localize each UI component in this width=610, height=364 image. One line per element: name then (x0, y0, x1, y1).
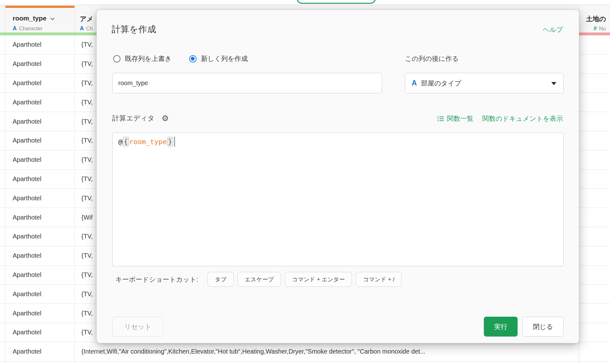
shortcut-key: コマンド + / (356, 272, 402, 287)
app-screen: room_type A Character アメ A Ch 土地の (0, 0, 610, 364)
row-left-sliver-cell (0, 361, 5, 364)
row-left-sliver-cell (0, 93, 5, 112)
cell-room-type: Aparthotel (5, 93, 75, 112)
cell-land (579, 208, 610, 227)
cell-land (579, 227, 610, 246)
help-link[interactable]: ヘルプ (543, 25, 563, 34)
shortcut-key: エスケープ (238, 272, 281, 287)
dialog-title: 計算を作成 (112, 23, 156, 35)
shortcut-key: コマンド + エンター (285, 272, 352, 287)
cell-land (579, 189, 610, 208)
character-type-icon: A (13, 25, 17, 32)
header-highlight-pink (579, 32, 610, 35)
cell-land (579, 55, 610, 73)
chevron-down-icon[interactable] (50, 17, 55, 21)
cell-land (579, 150, 610, 169)
cell-land (579, 323, 610, 342)
insert-after-label: この列の後に作る (405, 54, 459, 63)
code-at-token: @ (118, 138, 122, 146)
cell-amenities (75, 361, 579, 364)
cell-amenities: {Internet,Wifi,"Air conditioning",Kitche… (75, 342, 579, 361)
cell-room-type: Aparthotel (5, 266, 75, 285)
row-left-sliver-cell (0, 150, 5, 169)
cell-room-type: Aparthotel (5, 55, 75, 73)
cell-land (579, 170, 610, 189)
cell-land (579, 74, 610, 93)
column-title: アメ (80, 15, 93, 23)
row-left-sliver-cell (0, 112, 5, 131)
cell-room-type: Aparthotel (5, 74, 75, 93)
cell-room-type: Aparthotel (5, 285, 75, 303)
header-col-sliver (0, 5, 5, 33)
reset-button[interactable]: リセット (112, 317, 163, 337)
cell-land (579, 93, 610, 112)
cell-land (579, 361, 610, 364)
list-icon (437, 116, 444, 121)
cell-room-type: Aparthotel (5, 189, 75, 208)
new-column-name-input[interactable] (112, 73, 382, 93)
cell-room-type: Aparthotel (5, 246, 75, 265)
column-accent-bar (5, 6, 74, 8)
cell-room-type: Aparthotel (5, 342, 75, 361)
cell-room-type: Aparthotel (5, 131, 75, 150)
cell-room-type: Aparthotel (5, 112, 75, 131)
keyboard-shortcuts-row: キーボードショートカット: タブエスケープコマンド + エンターコマンド + / (115, 272, 402, 287)
row-left-sliver-cell (0, 170, 5, 189)
cell-land (579, 342, 610, 361)
close-button[interactable]: 閉じる (522, 317, 564, 337)
text-cursor (174, 137, 175, 147)
shortcut-key: タブ (208, 272, 234, 287)
cell-room-type (5, 361, 75, 364)
header-col-land[interactable]: 土地の # Nu (579, 5, 610, 33)
row-left-sliver-cell (0, 131, 5, 150)
column-title: 土地の (586, 15, 606, 23)
cell-room-type: Aparthotel (5, 227, 75, 246)
row-left-sliver-cell (0, 35, 5, 54)
row-left-sliver-cell (0, 208, 5, 227)
cell-room-type: Aparthotel (5, 150, 75, 169)
row-left-sliver-cell (0, 74, 5, 93)
function-list-link[interactable]: 関数一覧 (437, 114, 473, 123)
cell-land (579, 266, 610, 285)
cell-room-type: Aparthotel (5, 35, 75, 54)
insert-after-column-select[interactable]: A 部屋のタイプ (405, 73, 564, 93)
code-open-brace: { (123, 137, 129, 146)
top-green-pill-button[interactable] (296, 0, 376, 4)
column-title: room_type (13, 15, 46, 22)
overwrite-existing-label: 既存列を上書き (125, 54, 172, 63)
row-left-sliver-cell (0, 227, 5, 246)
create-new-column-label: 新しく列を作成 (201, 54, 248, 63)
function-docs-link[interactable]: 関数のドキュメントを表示 (482, 114, 563, 123)
row-left-sliver-cell (0, 266, 5, 285)
row-left-sliver-cell (0, 285, 5, 303)
row-left-sliver-cell (0, 189, 5, 208)
column-type-label: Character (19, 26, 43, 32)
row-left-sliver-cell (0, 246, 5, 265)
gear-icon[interactable]: ⚙ (161, 114, 169, 122)
cell-land (579, 35, 610, 54)
header-col-room-type[interactable]: room_type A Character (5, 5, 75, 33)
code-close-brace: } (167, 137, 173, 146)
row-left-sliver-cell (0, 304, 5, 323)
run-button[interactable]: 実行 (484, 317, 518, 337)
cell-land (579, 304, 610, 323)
cell-room-type: Aparthotel (5, 304, 75, 323)
calc-editor-label: 計算エディタ (112, 114, 155, 123)
cell-room-type: Aparthotel (5, 170, 75, 189)
overwrite-existing-radio[interactable] (113, 55, 120, 62)
create-new-column-radio[interactable] (189, 55, 196, 62)
numeric-type-icon: # (594, 25, 597, 32)
column-type-label: Ch (86, 26, 93, 32)
cell-land (579, 246, 610, 265)
insert-after-selected-value: 部屋のタイプ (421, 79, 461, 88)
character-type-icon: A (412, 79, 417, 87)
table-row (0, 361, 610, 364)
cell-room-type: Aparthotel (5, 323, 75, 342)
calculation-editor[interactable]: @{room_type} (112, 132, 564, 266)
row-left-sliver-cell (0, 323, 5, 342)
table-row: Aparthotel {Internet,Wifi,"Air condition… (0, 342, 610, 361)
cell-land (579, 285, 610, 303)
row-left-sliver-cell (0, 342, 5, 361)
cell-land (579, 131, 610, 150)
shortcuts-label: キーボードショートカット: (115, 275, 198, 284)
